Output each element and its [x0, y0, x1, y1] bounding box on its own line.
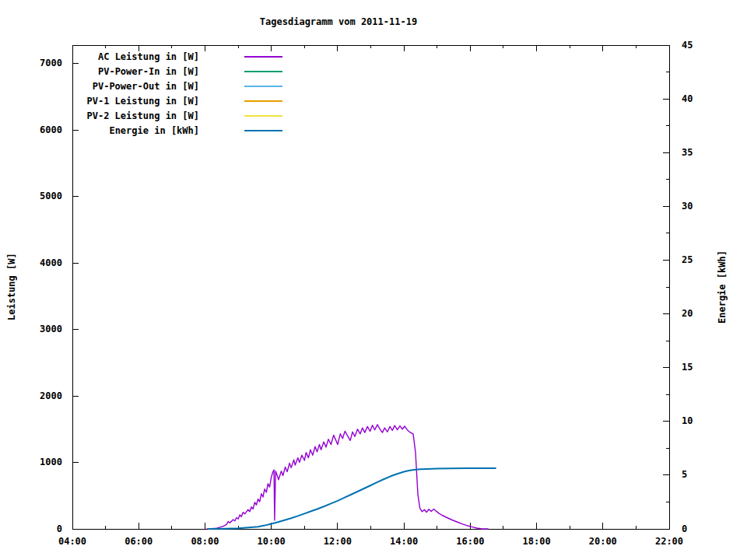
- x-tick-label: 14:00: [390, 536, 418, 547]
- y1-tick-label: 1000: [40, 457, 62, 467]
- y2-tick-label: 40: [682, 93, 693, 104]
- y1-tick-label: 5000: [40, 191, 62, 201]
- y1-axis-label: Leistung [W]: [6, 45, 17, 529]
- y2-tick-label: 15: [682, 362, 693, 373]
- x-tick-label: 04:00: [58, 536, 86, 547]
- y1-tick-label: 2000: [40, 390, 62, 401]
- legend-label-energie-in-kwh: Energie in [kWh]: [109, 125, 199, 136]
- chart-title: Tagesdiagramm vom 2011-11-19: [260, 16, 417, 27]
- legend-label-pv-power-out-in-w: PV-Power-Out in [W]: [93, 81, 199, 92]
- legend-label-ac-leistung-in-w: AC Leistung in [W]: [98, 51, 199, 62]
- y2-axis-label: Energie [kWh]: [717, 45, 728, 529]
- x-tick-label: 16:00: [456, 536, 484, 547]
- x-tick-label: 06:00: [124, 536, 153, 547]
- y2-tick-label: 20: [682, 308, 693, 319]
- x-tick-label: 20:00: [589, 536, 617, 547]
- y2-tick-label: 10: [682, 415, 693, 426]
- x-tick-label: 22:00: [655, 536, 683, 547]
- y2-tick-label: 35: [682, 147, 693, 158]
- legend-label-pv-power-in-in-w: PV-Power-In in [W]: [98, 66, 199, 77]
- chart-canvas: Tagesdiagramm vom 2011-11-19 Leistung [W…: [0, 0, 747, 560]
- legend-label-pv-1-leistung-in-w: PV-1 Leistung in [W]: [87, 96, 200, 107]
- y1-tick-label: 6000: [40, 124, 62, 135]
- plot-area: 04:0006:0008:0010:0012:0014:0016:0018:00…: [0, 0, 747, 560]
- legend-label-pv-2-leistung-in-w: PV-2 Leistung in [W]: [87, 110, 200, 121]
- x-tick-label: 18:00: [522, 536, 550, 547]
- series-line-ac-leistung-in-w: [207, 425, 489, 529]
- y2-tick-label: 30: [682, 201, 693, 212]
- y1-tick-label: 7000: [40, 58, 62, 68]
- y2-tick-label: 25: [682, 254, 693, 265]
- y2-tick-label: 5: [682, 469, 687, 480]
- y1-tick-label: 0: [57, 523, 62, 534]
- y2-tick-label: 0: [682, 523, 687, 534]
- x-tick-label: 08:00: [191, 536, 219, 547]
- x-tick-label: 12:00: [324, 536, 352, 547]
- x-tick-label: 10:00: [258, 536, 286, 547]
- y1-tick-label: 3000: [40, 324, 62, 334]
- y1-tick-label: 4000: [40, 257, 62, 268]
- y2-tick-label: 45: [682, 40, 693, 51]
